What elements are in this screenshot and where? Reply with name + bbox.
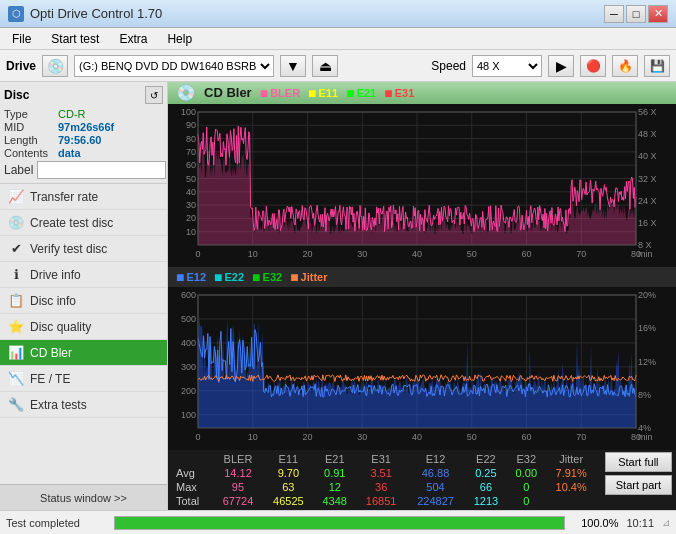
- maximize-button[interactable]: □: [626, 5, 646, 23]
- chart-bot-wrapper: [168, 287, 676, 450]
- transfer-rate-icon: 📈: [8, 189, 24, 205]
- app-title: Opti Drive Control 1.70: [30, 6, 162, 21]
- menu-file[interactable]: File: [4, 30, 39, 48]
- nav-extra-tests[interactable]: 🔧 Extra tests: [0, 392, 167, 418]
- stat-total-e22: 1213: [465, 494, 507, 508]
- legend-e12-icon: ■: [176, 269, 184, 285]
- speed-set-button[interactable]: ▶: [548, 55, 574, 77]
- legend-e22: ■ E22: [214, 269, 244, 285]
- content-area: 💿 CD Bler ■ BLER ■ E11 ■ E21 ■ E31: [168, 82, 676, 510]
- main-layout: Disc ↺ Type CD-R MID 97m26s66f Length 79…: [0, 82, 676, 510]
- stats-row-max: Max 95 63 12 36 504 66 0 10.4%: [172, 480, 597, 494]
- stat-avg-jitter: 7.91%: [546, 466, 597, 480]
- stat-avg-e22: 0.25: [465, 466, 507, 480]
- legend-jitter-label: Jitter: [301, 271, 328, 283]
- nav-drive-info[interactable]: ℹ Drive info: [0, 262, 167, 288]
- stat-avg-e31: 3.51: [356, 466, 406, 480]
- legend-e32-icon: ■: [252, 269, 260, 285]
- col-header-e21: E21: [314, 452, 356, 466]
- drive-info-icon: ℹ: [8, 267, 24, 283]
- col-header-e32: E32: [507, 452, 545, 466]
- stat-total-e32: 0: [507, 494, 545, 508]
- legend-jitter: ■ Jitter: [290, 269, 327, 285]
- stat-avg-e11: 9.70: [263, 466, 313, 480]
- nav-drive-info-label: Drive info: [30, 268, 81, 282]
- drive-eject-button[interactable]: ⏏: [312, 55, 338, 77]
- nav-transfer-rate[interactable]: 📈 Transfer rate: [0, 184, 167, 210]
- nav-disc-info[interactable]: 📋 Disc info: [0, 288, 167, 314]
- drive-bar: Drive 💿 (G:) BENQ DVD DD DW1640 BSRB ▼ ⏏…: [0, 50, 676, 82]
- menu-start-test[interactable]: Start test: [43, 30, 107, 48]
- chart-top-canvas: [168, 104, 676, 267]
- stat-total-e11: 46525: [263, 494, 313, 508]
- chart-header: 💿 CD Bler ■ BLER ■ E11 ■ E21 ■ E31: [168, 82, 676, 104]
- disc-quality-icon: ⭐: [8, 319, 24, 335]
- status-window-label: Status window >>: [40, 492, 127, 504]
- chart-top-wrapper: [168, 104, 676, 267]
- nav-transfer-rate-label: Transfer rate: [30, 190, 98, 204]
- disc-mid-val: 97m26s66f: [58, 121, 163, 133]
- speed-select[interactable]: 48 X: [472, 55, 542, 77]
- legend-bler-label: BLER: [270, 87, 300, 99]
- disc-label-key: Label: [4, 163, 33, 177]
- create-disc-icon: 💿: [8, 215, 24, 231]
- stat-max-e31: 36: [356, 480, 406, 494]
- charts-container: ■ E12 ■ E22 ■ E32 ■ Jitter: [168, 104, 676, 450]
- stats-row-avg: Avg 14.12 9.70 0.91 3.51 46.88 0.25 0.00…: [172, 466, 597, 480]
- menu-bar: File Start test Extra Help: [0, 28, 676, 50]
- disc-refresh-button[interactable]: ↺: [145, 86, 163, 104]
- nav-verify-test-disc[interactable]: ✔ Verify test disc: [0, 236, 167, 262]
- nav-create-test-disc[interactable]: 💿 Create test disc: [0, 210, 167, 236]
- drive-select[interactable]: (G:) BENQ DVD DD DW1640 BSRB: [74, 55, 274, 77]
- stat-total-label: Total: [172, 494, 213, 508]
- progress-fill: [115, 517, 564, 529]
- col-header-label: [172, 452, 213, 466]
- stat-max-bler: 95: [213, 480, 263, 494]
- title-bar: ⬡ Opti Drive Control 1.70 ─ □ ✕: [0, 0, 676, 28]
- stat-avg-bler: 14.12: [213, 466, 263, 480]
- stat-max-e11: 63: [263, 480, 313, 494]
- legend-e31-label: E31: [395, 87, 415, 99]
- nav-disc-quality[interactable]: ⭐ Disc quality: [0, 314, 167, 340]
- stat-total-e21: 4348: [314, 494, 356, 508]
- speed-label: Speed: [431, 59, 466, 73]
- disc-contents-val: data: [58, 147, 163, 159]
- chart-bot-canvas: [168, 287, 676, 450]
- disc-length-key: Length: [4, 134, 54, 146]
- status-text: Test completed: [6, 517, 106, 529]
- legend-e31: ■ E31: [384, 85, 414, 101]
- save-button[interactable]: 💾: [644, 55, 670, 77]
- disc-label-input[interactable]: [37, 161, 166, 179]
- disc-contents-key: Contents: [4, 147, 54, 159]
- nav-disc-info-label: Disc info: [30, 294, 76, 308]
- status-window-button[interactable]: Status window >>: [0, 484, 167, 510]
- stat-avg-e21: 0.91: [314, 466, 356, 480]
- cd-bler-disc-icon: 💿: [176, 83, 196, 102]
- col-header-e22: E22: [465, 452, 507, 466]
- legend-bler-icon: ■: [260, 85, 268, 101]
- menu-extra[interactable]: Extra: [111, 30, 155, 48]
- nav-extra-tests-label: Extra tests: [30, 398, 87, 412]
- close-button[interactable]: ✕: [648, 5, 668, 23]
- disc-type-val: CD-R: [58, 108, 163, 120]
- stats-table-wrapper: BLER E11 E21 E31 E12 E22 E32 Jitter Avg: [168, 450, 601, 510]
- menu-help[interactable]: Help: [159, 30, 200, 48]
- stat-max-e21: 12: [314, 480, 356, 494]
- stat-avg-e12: 46.88: [406, 466, 464, 480]
- nav-fe-te-label: FE / TE: [30, 372, 70, 386]
- progress-bar: [114, 516, 565, 530]
- drive-refresh-button[interactable]: ▼: [280, 55, 306, 77]
- minimize-button[interactable]: ─: [604, 5, 624, 23]
- stat-total-e12: 224827: [406, 494, 464, 508]
- start-part-button[interactable]: Start part: [605, 475, 672, 495]
- eraser-button[interactable]: 🔴: [580, 55, 606, 77]
- legend-e12: ■ E12: [176, 269, 206, 285]
- stat-avg-label: Avg: [172, 466, 213, 480]
- start-full-button[interactable]: Start full: [605, 452, 672, 472]
- legend-e32: ■ E32: [252, 269, 282, 285]
- burn-button[interactable]: 🔥: [612, 55, 638, 77]
- nav-cd-bler[interactable]: 📊 CD Bler: [0, 340, 167, 366]
- start-buttons: Start full Start part: [601, 450, 676, 510]
- nav-fe-te[interactable]: 📉 FE / TE: [0, 366, 167, 392]
- stats-table: BLER E11 E21 E31 E12 E22 E32 Jitter Avg: [172, 452, 597, 508]
